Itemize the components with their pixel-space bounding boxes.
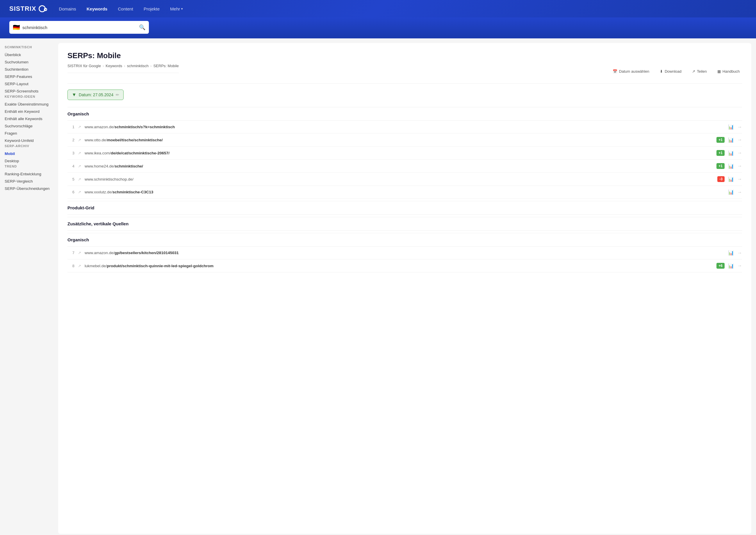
filter-badge[interactable]: ▼ Datum: 27.05.2024 ✏	[68, 90, 124, 100]
sidebar-item-mobil[interactable]: Mobil	[5, 150, 53, 157]
serp-url-2: www.otto.de/moebel/tische/schminktische/	[85, 138, 713, 142]
sidebar-item-serp-screenshots[interactable]: SERP-Screenshots	[5, 88, 53, 95]
nav-projekte[interactable]: Projekte	[140, 4, 164, 14]
external-link-icon-5: ↗	[78, 177, 81, 182]
chart-icon-8[interactable]: 📊	[728, 263, 734, 269]
breadcrumb-sistrix[interactable]: SISTRIX für Google	[68, 64, 101, 68]
serp-num-8: 8	[68, 264, 74, 268]
sidebar-item-enthaelt-alle[interactable]: Enthält alle Keywords	[5, 115, 53, 123]
sidebar-item-fragen[interactable]: Fragen	[5, 130, 53, 137]
serp-item-5: 5 ↗ www.schminktischschop.de/ -3 📊 →	[68, 173, 742, 186]
chart-icon-5[interactable]: 📊	[728, 177, 734, 182]
search-input[interactable]	[22, 25, 137, 30]
sidebar-item-ranking-entwicklung[interactable]: Ranking-Entwicklung	[5, 170, 53, 178]
sidebar-item-enthaelt-ein[interactable]: Enthält ein Keyword	[5, 108, 53, 115]
external-link-icon-7: ↗	[78, 251, 81, 255]
serp-url-1: www.amazon.de/schminktisch/s?k=schminkti…	[85, 125, 725, 129]
arrow-icon-6[interactable]: →	[738, 189, 742, 195]
serp-item-6: 6 ↗ www.xxxlutz.de/schminktische-C3C13 📊…	[68, 186, 742, 199]
chart-icon-3[interactable]: 📊	[728, 150, 734, 156]
serp-url-3: www.ikea.com/de/de/cat/schminktische-206…	[85, 151, 713, 155]
search-icon[interactable]: 🔍	[139, 24, 145, 31]
arrow-icon-2[interactable]: →	[738, 137, 742, 142]
chart-icon-1[interactable]: 📊	[728, 124, 734, 130]
datum-auswahlen-button[interactable]: 📅 Datum auswählen	[610, 68, 652, 75]
nav-content[interactable]: Content	[114, 4, 137, 14]
main-nav: Domains Keywords Content Projekte Mehr ▾	[55, 4, 187, 14]
download-button[interactable]: ⬇ Download	[658, 68, 684, 75]
sidebar-item-suchvolumen[interactable]: Suchvolumen	[5, 58, 53, 66]
serp-url-4: www.home24.de/schminktische/	[85, 164, 713, 168]
sidebar-section-keyword-ideen: KEYWORD-IDEEN Exakte Übereinstimmung Ent…	[5, 95, 53, 144]
header: SISTRIX Domains Keywords Content Projekt…	[0, 0, 756, 39]
serp-item-2: 2 ↗ www.otto.de/moebel/tische/schminktis…	[68, 133, 742, 147]
download-icon: ⬇	[660, 69, 663, 73]
arrow-icon-3[interactable]: →	[738, 150, 742, 155]
serp-item-8: 8 ↗ lukmebel.de/produkt/schminktisch-qui…	[68, 259, 742, 272]
section-organisch-1: Organisch 1 ↗ www.amazon.de/schminktisch…	[68, 107, 742, 199]
book-icon: ▦	[717, 69, 721, 73]
sidebar-section-title-serp-archiv: SERP-ARCHIV	[5, 144, 53, 148]
sidebar-item-ueberblick[interactable]: Überblick	[5, 51, 53, 58]
serp-badge-4: +1	[716, 163, 725, 169]
serp-num-7: 7	[68, 251, 74, 255]
arrow-icon-4[interactable]: →	[738, 163, 742, 169]
serp-badge-5: -3	[717, 176, 725, 182]
handbuch-button[interactable]: ▦ Handbuch	[715, 68, 742, 75]
breadcrumb: SISTRIX für Google › Keywords › schminkt…	[68, 64, 179, 73]
section-heading-produkt-grid: Produkt-Grid	[68, 201, 742, 214]
sidebar-item-keyword-umfeld[interactable]: Keyword-Umfeld	[5, 137, 53, 144]
sidebar-item-desktop[interactable]: Desktop	[5, 157, 53, 165]
chart-icon-6[interactable]: 📊	[728, 189, 734, 195]
sidebar-item-suchintention[interactable]: Suchintention	[5, 66, 53, 73]
arrow-icon-8[interactable]: →	[738, 263, 742, 268]
arrow-icon-1[interactable]: →	[738, 125, 742, 130]
chart-icon-2[interactable]: 📊	[728, 137, 734, 143]
logo-text: SISTRIX	[9, 5, 36, 13]
flag-icon: 🇩🇪	[13, 24, 20, 31]
teilen-button[interactable]: ↗ Teilen	[690, 68, 709, 75]
nav-mehr[interactable]: Mehr ▾	[166, 4, 187, 14]
content-area: SERPs: Mobile SISTRIX für Google › Keywo…	[58, 43, 751, 534]
breadcrumb-sep-2: ›	[124, 64, 125, 68]
sidebar-item-suchvorschlaege[interactable]: Suchvorschläge	[5, 123, 53, 130]
arrow-icon-7[interactable]: →	[738, 250, 742, 256]
section-heading-zusaetzliche: Zusätzliche, vertikale Quellen	[68, 217, 742, 231]
serp-url-8: lukmebel.de/produkt/schminktisch-quinnie…	[85, 264, 713, 268]
nav-domains[interactable]: Domains	[55, 4, 80, 14]
nav-keywords[interactable]: Keywords	[83, 4, 112, 14]
serp-num-1: 1	[68, 125, 74, 129]
sidebar-section-serp-archiv: SERP-ARCHIV Mobil Desktop	[5, 144, 53, 165]
chart-icon-7[interactable]: 📊	[728, 250, 734, 256]
breadcrumb-row: SISTRIX für Google › Keywords › schminkt…	[68, 64, 742, 84]
breadcrumb-keywords[interactable]: Keywords	[105, 64, 122, 68]
sidebar-item-serp-vergleich[interactable]: SERP-Vergleich	[5, 178, 53, 185]
arrow-icon-5[interactable]: →	[738, 177, 742, 182]
serp-badge-8: +6	[716, 263, 725, 269]
search-bar-wrapper: 🇩🇪 🔍	[0, 17, 756, 39]
breadcrumb-sep-1: ›	[103, 64, 104, 68]
external-link-icon-1: ↗	[78, 125, 81, 129]
sidebar-item-exakte[interactable]: Exakte Übereinstimmung	[5, 100, 53, 108]
sidebar: SCHMINKTISCH Überblick Suchvolumen Suchi…	[0, 39, 58, 535]
sidebar-item-serp-features[interactable]: SERP-Features	[5, 73, 53, 80]
section-produkt-grid: Produkt-Grid	[68, 201, 742, 214]
edit-icon[interactable]: ✏	[116, 93, 119, 97]
sidebar-section-trend: TREND Ranking-Entwicklung SERP-Vergleich…	[5, 165, 53, 192]
breadcrumb-schminktisch[interactable]: schminktisch	[127, 64, 149, 68]
filter-icon: ▼	[72, 92, 76, 98]
chart-icon-4[interactable]: 📊	[728, 163, 734, 169]
serp-num-5: 5	[68, 177, 74, 182]
serp-url-6: www.xxxlutz.de/schminktische-C3C13	[85, 190, 725, 194]
section-heading-organisch-1: Organisch	[68, 107, 742, 121]
serp-item-1: 1 ↗ www.amazon.de/schminktisch/s?k=schmi…	[68, 121, 742, 133]
sidebar-section-schminktisch: SCHMINKTISCH Überblick Suchvolumen Suchi…	[5, 45, 53, 95]
serp-badge-2: +1	[716, 137, 725, 143]
calendar-icon: 📅	[613, 69, 617, 73]
section-zusaetzliche: Zusätzliche, vertikale Quellen	[68, 217, 742, 231]
sidebar-section-title-schminktisch: SCHMINKTISCH	[5, 45, 53, 49]
sidebar-item-serp-ueberschneidungen[interactable]: SERP-Überschneidungen	[5, 185, 53, 192]
sidebar-item-serp-layout[interactable]: SERP-Layout	[5, 80, 53, 88]
section-organisch-2: Organisch 7 ↗ www.amazon.de/gp/bestselle…	[68, 233, 742, 272]
serp-item-7: 7 ↗ www.amazon.de/gp/bestsellers/kitchen…	[68, 246, 742, 259]
